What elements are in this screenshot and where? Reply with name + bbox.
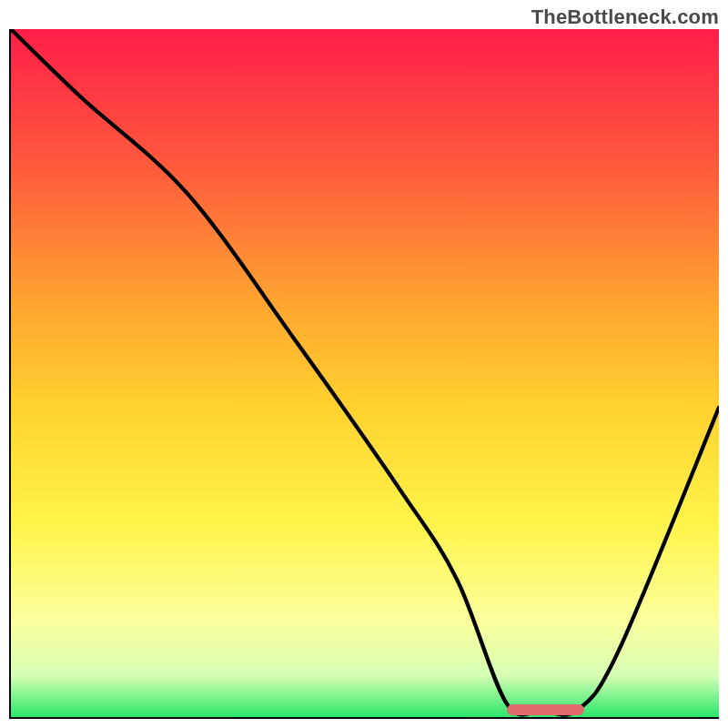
watermark-text: TheBottleneck.com [531, 5, 719, 29]
curve-path [11, 29, 719, 715]
plot-area [9, 29, 719, 719]
bottleneck-curve [11, 29, 719, 717]
chart-frame: TheBottleneck.com [0, 0, 728, 728]
optimal-range-marker [507, 704, 585, 715]
